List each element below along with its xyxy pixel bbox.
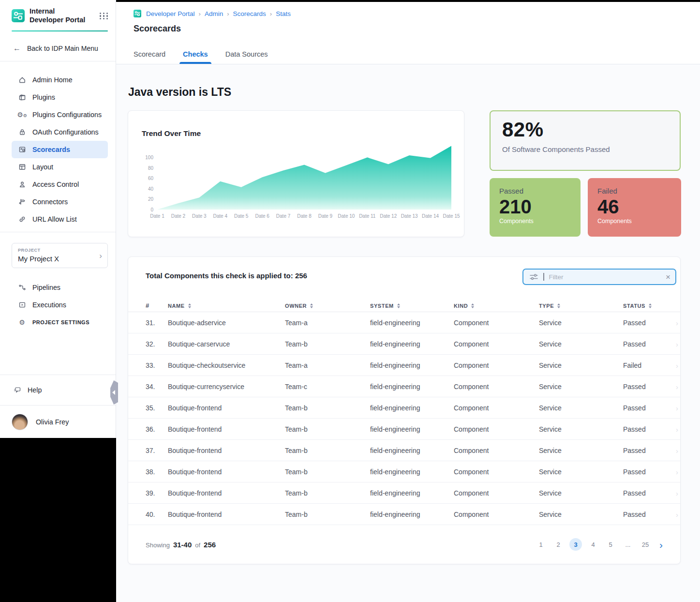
x-tick: Date 2 xyxy=(171,213,185,219)
cell-system: field-engineering xyxy=(370,447,454,454)
cell-type: Service xyxy=(539,489,623,497)
help-button[interactable]: Help xyxy=(0,375,116,405)
row-chevron-icon: › xyxy=(676,318,678,327)
sidebar-item-access-control[interactable]: Access Control xyxy=(12,176,108,193)
cell-kind: Component xyxy=(454,489,539,497)
page-button-2[interactable]: 2 xyxy=(552,538,565,551)
divider xyxy=(0,232,116,232)
cell-owner: Team-b xyxy=(285,468,370,476)
tab-scorecard[interactable]: Scorecard xyxy=(134,50,165,64)
user-menu[interactable]: Olivia Frey xyxy=(0,405,116,438)
page-header: Developer Portal › Admin › Scorecards › … xyxy=(116,2,700,64)
column-header-name[interactable]: NAME xyxy=(168,303,285,309)
back-to-idp-link[interactable]: ← Back to IDP Main Menu xyxy=(0,43,116,54)
table-row[interactable]: 34.Boutique-currencyserviceTeam-cfield-e… xyxy=(128,376,680,397)
page-button-5[interactable]: 5 xyxy=(604,538,617,551)
cell-status: Passed xyxy=(623,340,680,348)
sidebar-item-oauth-configurations[interactable]: OAuth Configurations xyxy=(12,123,108,141)
pass-rate-card: 82% Of Software Components Passed xyxy=(490,110,681,171)
cell-owner: Team-c xyxy=(285,383,370,391)
table-body: 31.Boutique-adserviceTeam-afield-enginee… xyxy=(128,312,680,525)
table-row[interactable]: 39.Boutique-frontendTeam-bfield-engineer… xyxy=(128,482,680,504)
table-row[interactable]: 36.Boutique-frontendTeam-bfield-engineer… xyxy=(128,419,680,440)
showing-summary: Showing 31-40 of 256 xyxy=(146,541,216,549)
home-icon xyxy=(18,76,26,84)
row-chevron-icon: › xyxy=(676,382,678,391)
page-button-25[interactable]: 25 xyxy=(639,538,652,551)
help-chat-icon xyxy=(13,386,21,394)
sidebar-item-executions[interactable]: Executions xyxy=(12,296,108,314)
cell-name: Boutique-frontend xyxy=(168,489,285,497)
x-tick: Date 13 xyxy=(401,213,418,219)
column-header-owner[interactable]: OWNER xyxy=(285,303,370,309)
column-header-type[interactable]: TYPE xyxy=(539,303,623,309)
table-row[interactable]: 40.Boutique-frontendTeam-bfield-engineer… xyxy=(128,504,680,525)
x-tick: Date 14 xyxy=(422,213,439,219)
pagination-next-icon[interactable]: › xyxy=(659,540,663,550)
sort-icon xyxy=(471,303,474,308)
page-button-3[interactable]: 3 xyxy=(569,538,582,551)
cell-owner: Team-a xyxy=(285,319,370,327)
table-row[interactable]: 31.Boutique-adserviceTeam-afield-enginee… xyxy=(128,312,680,333)
avatar xyxy=(12,414,28,430)
pipelines-icon xyxy=(18,284,26,292)
project-label: PROJECT xyxy=(18,248,102,253)
cell-type: Service xyxy=(539,425,623,433)
project-selector[interactable]: PROJECT My Project X › xyxy=(12,243,108,268)
row-chevron-icon: › xyxy=(676,446,678,454)
cell-owner: Team-a xyxy=(285,361,370,369)
sidebar-item-pipelines[interactable]: Pipelines xyxy=(12,279,108,296)
column-header-system[interactable]: SYSTEM xyxy=(370,303,454,309)
breadcrumb-link-stats[interactable]: Stats xyxy=(276,10,291,17)
divider xyxy=(0,61,116,61)
cell-system: field-engineering xyxy=(370,340,454,348)
sidebar-item-project-settings[interactable]: ⚙ PROJECT SETTINGS xyxy=(12,314,108,331)
sidebar-item-layout[interactable]: Layout xyxy=(12,158,108,176)
tab-checks[interactable]: Checks xyxy=(183,50,208,64)
table-footer: Showing 31-40 of 256 12345...25 › xyxy=(128,525,680,564)
filter-input-wrapper: × xyxy=(522,269,676,285)
column-header-kind[interactable]: KIND xyxy=(454,303,539,309)
sidebar-item-connectors[interactable]: Connectors xyxy=(12,193,108,211)
main-content: Java version is LTS Trend Over Time xyxy=(116,64,700,602)
cell-system: field-engineering xyxy=(370,383,454,391)
breadcrumb-link-scorecards[interactable]: Scorecards xyxy=(233,10,266,17)
sidebar-item-plugins[interactable]: Plugins xyxy=(12,89,108,106)
cell-type: Service xyxy=(539,404,623,412)
cell-name: Boutique-frontend xyxy=(168,511,285,518)
cell-type: Service xyxy=(539,468,623,476)
project-name: My Project X xyxy=(18,255,102,263)
cell-type: Service xyxy=(539,340,623,348)
filter-input[interactable] xyxy=(549,273,661,281)
y-tick: 60 xyxy=(139,176,153,181)
column-header-status[interactable]: STATUS xyxy=(623,303,680,309)
cell-status: Passed xyxy=(623,489,680,497)
sort-icon xyxy=(397,303,400,308)
plugins-icon xyxy=(18,93,26,102)
cell-name: Boutique-frontend xyxy=(168,404,285,412)
table-row[interactable]: 38.Boutique-frontendTeam-bfield-engineer… xyxy=(128,461,680,482)
sidebar-item-url-allow-list[interactable]: URL Allow List xyxy=(12,211,108,228)
sidebar-item-scorecards[interactable]: Scorecards xyxy=(12,141,108,158)
x-tick: Date 11 xyxy=(359,213,375,219)
page-button-4[interactable]: 4 xyxy=(587,538,599,551)
table-row[interactable]: 35.Boutique-frontendTeam-bfield-engineer… xyxy=(128,397,680,419)
breadcrumb-link-admin[interactable]: Admin xyxy=(205,10,223,17)
tab-data-sources[interactable]: Data Sources xyxy=(225,50,268,64)
filter-sliders-icon[interactable] xyxy=(529,273,538,281)
cell-num: 36. xyxy=(146,425,168,433)
sidebar-item-admin-home[interactable]: Admin Home xyxy=(12,71,108,89)
apps-grid-icon[interactable] xyxy=(100,13,109,19)
cell-status: Passed xyxy=(623,425,680,433)
passed-value: 210 xyxy=(499,196,571,217)
cell-type: Service xyxy=(539,383,623,391)
table-row[interactable]: 33.Boutique-checkoutserviceTeam-afield-e… xyxy=(128,355,680,376)
page-title: Scorecards xyxy=(134,24,700,34)
table-row[interactable]: 37.Boutique-frontendTeam-bfield-engineer… xyxy=(128,440,680,461)
page-button-1[interactable]: 1 xyxy=(535,538,547,551)
breadcrumb-link-developer-portal[interactable]: Developer Portal xyxy=(146,10,195,17)
breadcrumb-logo-icon xyxy=(134,10,141,17)
sidebar-item-plugins-configurations[interactable]: ⚙⚙ Plugins Configurations xyxy=(12,106,108,123)
filter-clear-icon[interactable]: × xyxy=(666,273,670,281)
table-row[interactable]: 32.Boutique-carservuceTeam-bfield-engine… xyxy=(128,333,680,355)
